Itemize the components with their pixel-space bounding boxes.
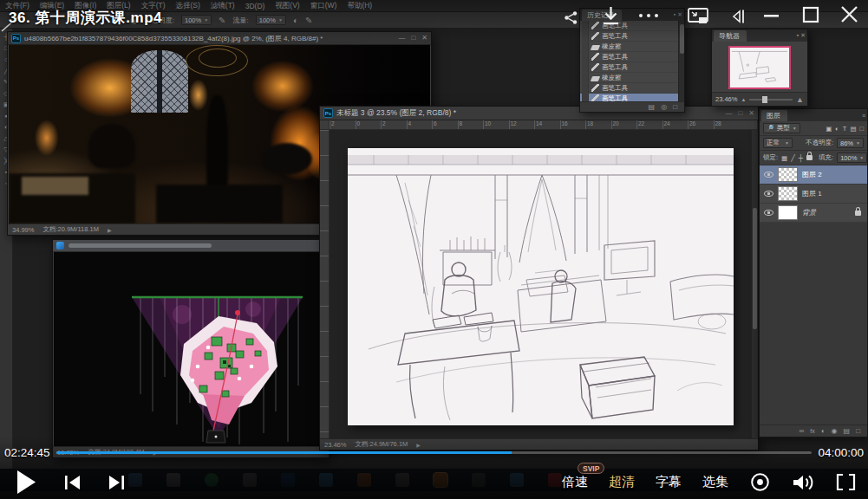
filter-smart-icon: □ (859, 125, 864, 133)
target-icon[interactable] (749, 471, 771, 493)
layers-tab: 图层 (761, 110, 787, 121)
share-icon[interactable] (564, 10, 578, 25)
speed-button[interactable]: 倍速 (562, 474, 588, 490)
ruler-number: 10 (483, 120, 509, 129)
panel-menu-icon: ▪ ✕ (797, 32, 806, 39)
layers-panel: 图层 ≡ 🔎类型▼ ▣ ◐ T ▤ □ 正常▼ 不透明度: 86%▼ 锁定: ▦… (759, 108, 868, 437)
layer-visibility-icon (763, 170, 773, 180)
zoom-level: 34.99% (12, 226, 34, 234)
ruler-number: 20 (611, 120, 637, 129)
map-canvas (54, 252, 328, 446)
history-source-gutter (582, 52, 589, 62)
history-source-gutter (582, 42, 589, 51)
left-controls (0, 470, 126, 495)
layer-row: 图层 2 (760, 165, 867, 185)
layer-thumbnail (778, 205, 798, 220)
fullscreen-icon[interactable] (836, 473, 856, 491)
maximize-icon[interactable] (802, 6, 819, 23)
wheel-silhouette (262, 143, 312, 175)
papers-highlight (22, 177, 89, 195)
prev-button[interactable] (63, 474, 82, 491)
volume-icon[interactable] (792, 473, 815, 492)
new-snapshot-icon: ◎ (661, 104, 667, 111)
zoom-in-icon: ▲ (796, 95, 804, 104)
navigator-zoom-value: 23.46% (715, 95, 737, 103)
next-button[interactable] (108, 474, 126, 491)
video-player: 文件(F)编辑(E)图像(I)图层(L)文字(T)选择(S)滤镜(T)3D(D)… (0, 0, 868, 499)
window-controls: —□✕ (725, 110, 754, 117)
navigator-zoom-row: 23.46% ▲ ▲ (712, 92, 807, 106)
download-icon[interactable] (599, 4, 623, 28)
ruler-number: 26 (688, 120, 714, 129)
blend-mode-select: 正常▼ (763, 138, 793, 148)
layer-visibility-icon (763, 189, 773, 199)
map-window: 15.72% 文档:24.9M/108.4M ▶ (52, 239, 330, 458)
ruler-number: 2 (381, 120, 407, 129)
ruler-number: 0 (356, 120, 382, 129)
delete-state-icon: □ (673, 104, 677, 111)
svip-badge: SVIP (578, 463, 604, 474)
ruler-number: 22 (636, 120, 662, 129)
layer-name: 背景 (802, 208, 816, 217)
navigator-panel: 导航器 ▪ ✕ 23.46% ▲ ▲ (711, 29, 808, 107)
close-icon[interactable] (839, 4, 859, 24)
history-row: 画笔工具 (580, 52, 678, 62)
new-doc-from-state-icon: ▤ (649, 104, 656, 111)
link-layers-icon: ∞ (799, 428, 805, 435)
window-title: u4808b5667be2b1f8357879436f00C858d373553… (24, 34, 323, 43)
seek-bar[interactable] (56, 451, 813, 454)
subtitle-button[interactable]: 字幕 (656, 474, 682, 490)
zoom-out-icon: ▲ (741, 97, 746, 102)
history-row: 橡皮擦 (580, 73, 678, 83)
cast-icon[interactable] (730, 8, 747, 25)
video-surface[interactable]: 文件(F)编辑(E)图像(I)图层(L)文字(T)选择(S)滤镜(T)3D(D)… (0, 0, 868, 499)
layer-filter-row: 🔎类型▼ ▣ ◐ T ▤ □ (760, 121, 867, 136)
ruler-corner (320, 120, 330, 130)
lock-pixels-icon: ╱ (791, 154, 795, 162)
history-row: 画笔工具 (580, 83, 678, 94)
history-label: 画笔工具 (602, 63, 628, 72)
history-source-gutter (582, 83, 589, 93)
player-controls: 倍速 SVIP 超清 字幕 选集 (0, 465, 868, 499)
ruler-number: 4 (407, 120, 433, 129)
sketch-window: Ps 未标题 3 @ 23.5% (图层 2, RGB/8) * —□✕ 202… (319, 106, 759, 450)
sketch-canvas (348, 148, 734, 425)
ruler-number: 16 (560, 120, 586, 129)
history-source-gutter (582, 73, 589, 82)
background-lock-icon (855, 211, 861, 216)
quality-button[interactable]: 超清 (609, 474, 635, 489)
history-tool-icon (591, 84, 599, 92)
layers-footer: ∞ fx ◐ ◉ ▤ □ (760, 424, 867, 437)
lock-label: 锁定: (763, 153, 778, 162)
history-tool-icon (591, 45, 600, 50)
quality-wrap: SVIP 超清 (609, 474, 635, 490)
layer-thumbnail (778, 167, 798, 182)
scrollbar-thumb (753, 208, 757, 329)
new-group-icon: ▤ (844, 428, 851, 435)
window-pane-silhouette (131, 50, 188, 113)
ruler-left (320, 130, 330, 438)
lock-position-icon: ┼ (799, 154, 803, 162)
layer-row: 图层 1 (760, 185, 867, 204)
history-footer: ▤ ◎ □ (580, 101, 684, 112)
pip-icon[interactable] (688, 8, 709, 25)
clutter-silhouette (156, 185, 283, 224)
navigator-thumb-sketch (730, 48, 789, 87)
navigator-preview (712, 42, 807, 94)
opacity-label: 不透明度: (806, 139, 833, 147)
minimize-icon[interactable] (763, 14, 780, 18)
play-button[interactable] (16, 470, 37, 495)
window-titlebar: Ps 未标题 3 @ 23.5% (图层 2, RGB/8) * —□✕ (320, 107, 758, 120)
seek-row: 02:24:45 04:00:00 (0, 443, 868, 462)
map-graphic (108, 264, 324, 446)
ps-file-icon: Ps (323, 108, 333, 118)
ruler-number: 8 (458, 120, 484, 129)
history-source-gutter (582, 62, 589, 72)
total-time: 04:00:00 (818, 446, 864, 459)
sketch-drawing (348, 148, 734, 425)
person-silhouette (88, 124, 134, 169)
history-label: 橡皮擦 (602, 42, 622, 51)
episodes-button[interactable]: 选集 (702, 474, 728, 490)
more-icon[interactable] (637, 11, 660, 20)
ruler-number: 24 (662, 120, 689, 129)
